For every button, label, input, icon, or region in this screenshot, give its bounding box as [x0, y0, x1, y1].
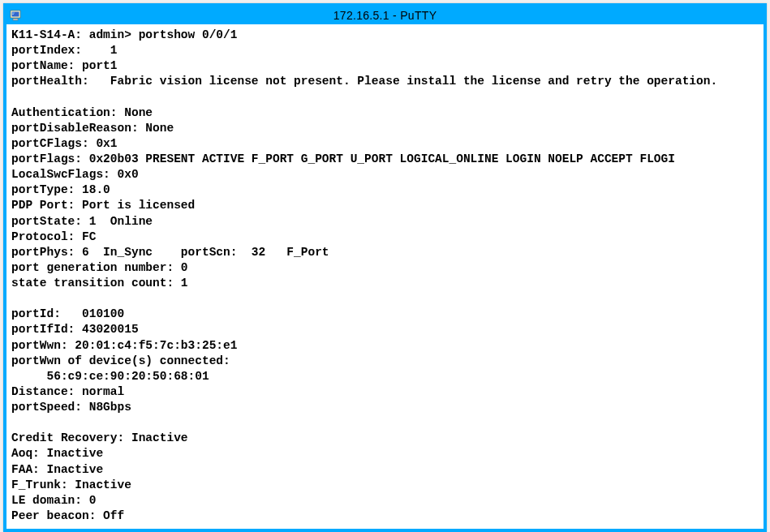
- putty-icon: [10, 9, 23, 22]
- window-titlebar[interactable]: 172.16.5.1 - PuTTY: [6, 6, 764, 24]
- svg-rect-2: [13, 19, 18, 20]
- terminal-output[interactable]: K11-S14-A: admin> portshow 0/0/1 portInd…: [6, 24, 764, 529]
- window-title: 172.16.5.1 - PuTTY: [333, 9, 437, 22]
- putty-window: 172.16.5.1 - PuTTY K11-S14-A: admin> por…: [3, 3, 767, 532]
